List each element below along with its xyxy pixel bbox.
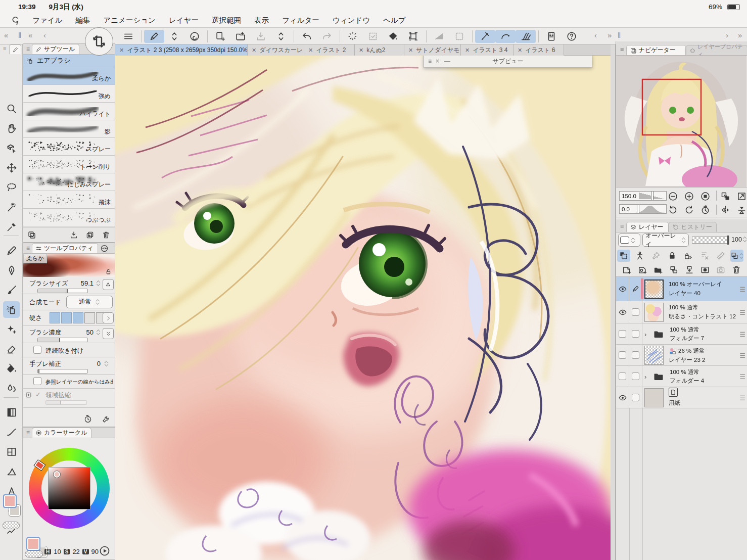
layer-ruler-x-button[interactable] xyxy=(714,250,727,262)
navigator-stop-circle-button[interactable] xyxy=(698,190,712,202)
document-tab-1[interactable]: ✕ダイワスカーレ xyxy=(248,44,304,56)
hardness-segment-2[interactable] xyxy=(73,312,83,323)
tab-close-icon[interactable]: ✕ xyxy=(308,47,313,54)
layer-check-checkbox[interactable] xyxy=(632,372,639,380)
layer-row-menu-icon[interactable]: ☰ xyxy=(739,330,745,338)
subview-minimize-icon[interactable]: — xyxy=(444,58,450,65)
menu-item-0[interactable]: ファイル xyxy=(32,16,62,25)
delete-subtool-button[interactable] xyxy=(102,230,111,240)
tab-close-icon[interactable]: ✕ xyxy=(252,47,256,54)
layer-visible-icon[interactable] xyxy=(618,285,627,294)
layer-new-layer-button[interactable] xyxy=(620,264,633,276)
menu-item-4[interactable]: 選択範囲 xyxy=(212,16,241,25)
tab-layer-property[interactable]: レイヤープロパティ xyxy=(686,45,747,55)
layer-select-layer-button[interactable] xyxy=(617,250,630,262)
layer-clip-x-button[interactable] xyxy=(698,250,711,262)
tool-eraser-tool[interactable] xyxy=(3,341,20,357)
play-circle-icon[interactable] xyxy=(99,545,111,557)
tool-fill-tool[interactable] xyxy=(3,360,20,377)
tool-pen-tool[interactable] xyxy=(3,262,20,278)
navigator-menu-icon[interactable]: ≡ xyxy=(620,45,624,53)
collapse-left-icon[interactable]: « xyxy=(4,31,8,39)
transparent-chip[interactable] xyxy=(25,550,43,557)
layer-row-menu-icon[interactable]: ☰ xyxy=(739,394,745,401)
subview-close-icon[interactable]: × xyxy=(436,58,439,65)
hardness-segment-1[interactable] xyxy=(61,312,72,323)
toolbar-chevrons-updown-button[interactable] xyxy=(271,30,291,43)
toolbar-menu-button[interactable] xyxy=(118,30,138,43)
layer-row-4[interactable]: ›100 % 通常フォルダー 4☰ xyxy=(616,366,747,387)
layer-check-checkbox[interactable] xyxy=(632,351,639,359)
layer-check-checkbox[interactable] xyxy=(632,394,639,401)
subtool-settings-wrench-icon[interactable] xyxy=(102,414,111,424)
document-tab-3[interactable]: ✕kんぬ2 xyxy=(355,44,404,56)
layer-folder-plus-button[interactable] xyxy=(651,264,665,276)
lock-open-icon[interactable] xyxy=(105,268,112,275)
tool-lasso-tool[interactable] xyxy=(3,179,20,196)
layer-mask-button[interactable] xyxy=(698,264,712,276)
stabilize-stepper[interactable] xyxy=(104,360,109,367)
tab-close-icon[interactable]: ✕ xyxy=(518,47,522,54)
toolbar-reselect-button[interactable] xyxy=(363,30,383,43)
toolbar-spiral-button[interactable] xyxy=(184,30,205,43)
tab-close-icon[interactable]: ✕ xyxy=(465,47,470,54)
navigator-rotate-reset-button[interactable] xyxy=(698,204,712,216)
layer-menu-icon[interactable]: ≡ xyxy=(620,222,624,230)
layer-visible-icon[interactable] xyxy=(618,308,627,317)
tab-layer[interactable]: レイヤー xyxy=(626,222,669,232)
foreground-color-swatch[interactable] xyxy=(3,494,17,508)
tool-blend-tool[interactable] xyxy=(3,380,20,397)
navigator-minus-circle-button[interactable] xyxy=(666,190,679,202)
clip-studio-logo-icon[interactable] xyxy=(10,15,21,26)
toolbar-scale-selection-button[interactable] xyxy=(403,30,424,43)
layer-row-3[interactable]: 26 % 通常レイヤー 23 2☰ xyxy=(616,345,747,366)
layer-thumbnail[interactable] xyxy=(644,279,664,299)
color-wheel-tab[interactable]: カラーサークル xyxy=(32,428,91,438)
subtool-brush-5[interactable]: トーン削り xyxy=(23,156,115,173)
layer-transfer-down-button[interactable] xyxy=(667,264,680,276)
tool-decoration-tool[interactable] xyxy=(3,321,20,338)
hardness-segment-0[interactable] xyxy=(50,312,60,323)
subtool-brush-8[interactable]: つぶつぶ xyxy=(23,209,115,226)
toolbar-fill-selection-button[interactable] xyxy=(383,30,403,43)
tool-frame-tool[interactable] xyxy=(3,443,20,460)
toolbar-undo-button[interactable] xyxy=(297,30,317,43)
navigator-rotate-ccw-button[interactable] xyxy=(666,204,679,216)
navigator-flip-v-button[interactable] xyxy=(735,204,747,216)
continuous-spray-checkbox[interactable] xyxy=(33,346,41,354)
duplicate-subtool-button[interactable] xyxy=(85,230,95,240)
toolbar-save-button[interactable] xyxy=(251,30,271,43)
layer-hidden-checkbox[interactable] xyxy=(619,330,626,338)
tool-brush-tool[interactable] xyxy=(3,282,20,298)
tool-operation-tool[interactable] xyxy=(3,139,20,156)
area-scale-expander[interactable] xyxy=(25,392,32,398)
toolbar-open-file-button[interactable] xyxy=(230,30,251,43)
layer-merge-down-button[interactable] xyxy=(683,264,696,276)
navigator-preview[interactable] xyxy=(616,56,747,188)
panel-divider[interactable] xyxy=(611,44,616,560)
document-tab-5[interactable]: ✕イラスト 3 4 xyxy=(461,44,513,56)
document-tab-2[interactable]: ✕イラスト 2 xyxy=(304,44,355,56)
collapse-left2-icon[interactable]: « xyxy=(28,31,32,39)
tool-hand-tool[interactable] xyxy=(3,120,20,136)
layer-lock-button[interactable] xyxy=(666,250,679,262)
menu-item-2[interactable]: アニメーション xyxy=(103,16,156,25)
tool-figure-tool[interactable] xyxy=(3,463,20,480)
sv-marker[interactable] xyxy=(54,471,60,478)
navigator-rotate-cw-button[interactable] xyxy=(682,204,695,216)
layer-camera-button[interactable] xyxy=(714,264,727,276)
menu-item-5[interactable]: 表示 xyxy=(254,16,269,25)
import-subtool-button[interactable] xyxy=(69,230,78,240)
tool-pencil-tool[interactable] xyxy=(3,242,20,259)
tab-close-icon[interactable]: ✕ xyxy=(359,47,363,54)
layer-hidden-checkbox[interactable] xyxy=(619,351,626,359)
rotate-device-button[interactable] xyxy=(85,27,113,56)
hardness-segment-3[interactable] xyxy=(84,312,95,323)
tool-auto-select-tool[interactable] xyxy=(3,199,20,215)
brush-size-slider[interactable] xyxy=(37,289,88,293)
transparent-color-swatch[interactable] xyxy=(3,522,20,529)
layer-row-0[interactable]: 100 % オーバーレイレイヤー 40☰ xyxy=(616,277,747,301)
reset-all-settings-icon[interactable] xyxy=(83,414,92,424)
expand-right-icon[interactable]: » xyxy=(608,31,612,39)
brush-size-dynamics-button[interactable] xyxy=(103,279,114,290)
